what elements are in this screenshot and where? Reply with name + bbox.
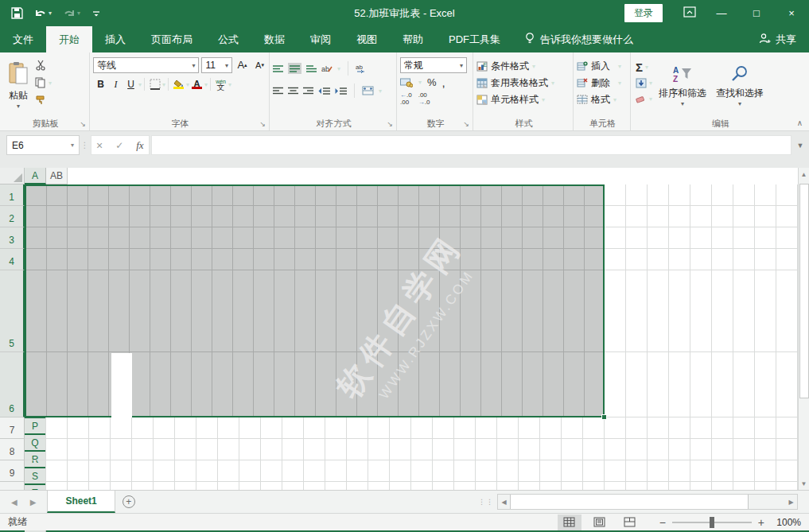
font-name-select[interactable]: 等线▾ [93,57,199,73]
formula-input[interactable] [151,135,791,155]
horizontal-scrollbar[interactable]: ◀ ▶ [497,494,798,510]
comma-icon[interactable]: , [442,76,445,89]
maximize-button[interactable]: □ [739,0,774,26]
qat-customize-icon[interactable] [91,9,101,18]
scroll-left-icon[interactable]: ◀ [498,495,510,509]
cut-icon[interactable] [35,58,52,72]
clear-dropdown-icon[interactable]: ▾ [649,95,652,103]
decrease-font-icon[interactable]: A▾ [252,57,267,72]
accounting-dropdown-icon[interactable]: ▾ [418,79,422,86]
tab-file[interactable]: 文件 [0,26,46,52]
align-right-icon[interactable] [303,87,313,95]
row-header[interactable]: 8 [0,439,25,460]
column-header[interactable]: A [25,168,46,184]
undo-dropdown-icon[interactable]: ▾ [49,10,52,17]
row-header[interactable]: 6 [0,352,25,417]
fill-button[interactable]: ▾ [636,76,652,90]
formula-bar-splitter[interactable]: ⋮ [80,135,91,155]
close-button[interactable]: × [774,0,809,26]
merge-dropdown-icon[interactable]: ▾ [379,87,382,95]
zoom-slider-thumb[interactable] [710,517,714,528]
align-top-icon[interactable] [273,64,283,72]
add-sheet-button[interactable]: + [115,491,142,513]
number-dialog-launcher-icon[interactable]: ↘ [463,120,469,128]
tab-scroll-splitter[interactable]: ⋮⋮ [475,491,497,513]
horizontal-scroll-thumb[interactable] [510,495,749,509]
font-dialog-launcher-icon[interactable]: ↘ [259,120,266,128]
font-color-icon[interactable]: A [189,77,204,92]
enter-icon[interactable]: ✓ [115,140,123,151]
fill-color-icon[interactable] [171,77,186,92]
conditional-formatting-button[interactable]: E 条件格式▾ [476,58,571,74]
find-select-button[interactable]: 查找和选择 ▾ [711,56,768,116]
redo-dropdown-icon[interactable]: ▾ [77,10,80,17]
sheet-next-icon[interactable]: ▶ [30,498,37,507]
tab-insert[interactable]: 插入 [92,26,138,52]
vertical-scroll-thumb[interactable] [799,184,809,398]
name-box-dropdown-icon[interactable]: ▾ [71,142,74,149]
insert-function-icon[interactable]: fx [136,139,143,152]
row-header[interactable]: 7 [0,417,25,439]
formula-expand-icon[interactable]: ▼ [791,135,809,155]
wrap-text-icon[interactable]: ab [356,64,368,73]
tell-me-box[interactable]: 告诉我你想要做什么 [513,26,644,52]
paste-button[interactable]: 粘贴 ▾ [3,55,33,116]
share-button[interactable]: 共享 [746,26,809,52]
tab-help[interactable]: 帮助 [390,26,436,52]
fill-handle[interactable] [601,414,607,420]
italic-button[interactable]: I [108,77,123,92]
save-icon[interactable] [11,7,23,19]
accounting-format-icon[interactable] [400,78,413,87]
clipboard-dialog-launcher-icon[interactable]: ↘ [80,120,86,128]
sheet-prev-icon[interactable]: ◀ [11,498,18,507]
row-header[interactable]: 2 [0,206,25,227]
underline-dropdown-icon[interactable]: ▾ [138,81,142,88]
borders-icon[interactable] [147,77,162,92]
row-header[interactable]: 5 [0,270,25,352]
font-color-dropdown-icon[interactable]: ▾ [204,81,208,88]
view-normal-button[interactable] [558,515,581,530]
tab-data[interactable]: 数据 [251,26,298,52]
collapse-ribbon-icon[interactable]: ∧ [797,118,803,127]
vertical-scrollbar[interactable]: ▲ ▼ [798,168,809,490]
tab-home[interactable]: 开始 [46,26,92,52]
decrease-indent-icon[interactable] [318,87,330,95]
undo-icon[interactable]: ▾ [34,8,52,19]
orientation-icon[interactable]: ab [321,64,333,73]
increase-decimal-icon[interactable]: ←.0.00 [400,91,412,106]
increase-font-icon[interactable]: A▴ [235,57,250,72]
ribbon-display-options-icon[interactable] [683,6,696,20]
row-header[interactable]: 1 [0,184,25,206]
percent-icon[interactable]: % [427,76,437,88]
autosum-button[interactable]: Σ▾ [636,60,652,74]
cancel-icon[interactable]: × [96,139,103,152]
fill-dropdown-icon[interactable]: ▾ [649,80,652,87]
sheet-tab-sheet1[interactable]: Sheet1 [47,491,115,513]
format-button[interactable]: 格式▾ [577,91,628,107]
copy-dropdown-icon[interactable]: ▾ [49,80,52,87]
underline-button[interactable]: U [123,77,138,92]
cell-area[interactable]: 软件自学网 WWW.RJZXW.COM [25,184,798,490]
row-header-partial[interactable] [0,482,25,490]
increase-indent-icon[interactable] [335,87,347,95]
tab-review[interactable]: 审阅 [298,26,344,52]
number-format-select[interactable]: 常规▾ [400,57,467,73]
align-center-icon[interactable] [288,87,298,95]
copy-icon[interactable]: ▾ [35,76,52,90]
insert-button[interactable]: 插入▾ [577,58,628,74]
format-as-table-button[interactable]: 套用表格格式▾ [476,75,571,91]
clear-button[interactable]: ▾ [636,91,652,106]
scroll-down-icon[interactable]: ▼ [799,477,809,490]
align-left-icon[interactable] [273,87,283,95]
cell-styles-button[interactable]: 单元格样式▾ [476,91,571,107]
scroll-right-icon[interactable]: ▶ [785,495,797,509]
paste-dropdown-icon[interactable]: ▾ [17,103,20,110]
column-header[interactable]: AB [46,168,68,184]
zoom-in-button[interactable]: + [758,516,764,529]
merge-center-icon[interactable] [362,86,374,95]
tab-view[interactable]: 视图 [344,26,390,52]
redo-icon[interactable]: ▾ [63,8,80,19]
format-painter-icon[interactable] [35,93,52,107]
active-cell[interactable] [111,353,132,417]
zoom-out-button[interactable]: − [659,516,666,529]
